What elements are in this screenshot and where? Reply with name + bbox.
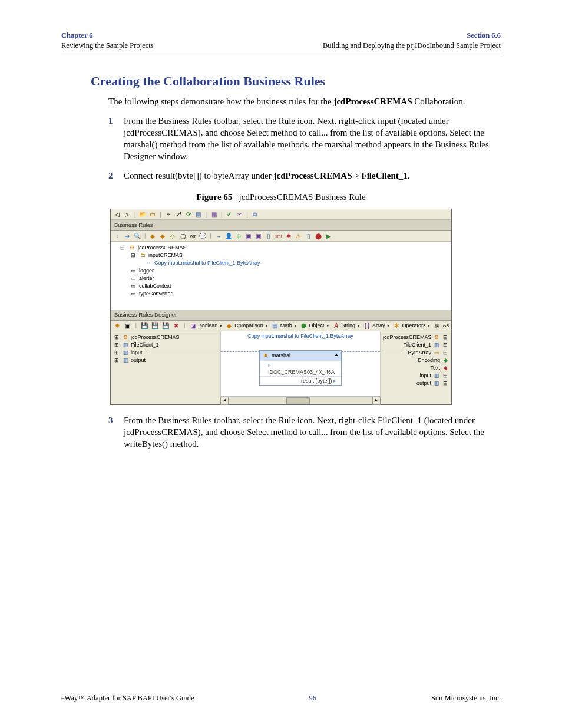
right-node-fileclient[interactable]: FileClient_1▥⊟ xyxy=(383,341,449,349)
scroll-thumb[interactable] xyxy=(286,397,310,404)
copy-icon[interactable]: ⧉ xyxy=(251,210,259,219)
branch-icon[interactable]: ⎇ xyxy=(174,210,183,219)
tree-node-alerter[interactable]: ▭ alerter xyxy=(114,275,448,282)
refresh-icon[interactable]: ⟳ xyxy=(184,210,193,219)
loop-icon[interactable]: ▣ xyxy=(244,232,253,241)
expand-icon[interactable]: ⊟ xyxy=(442,349,449,356)
expand-icon[interactable]: ⊟ xyxy=(442,334,449,341)
right-node-encoding[interactable]: Encoding◆ xyxy=(383,357,449,364)
step-3-number: 3 xyxy=(108,414,113,426)
star-icon[interactable]: ✱ xyxy=(285,232,293,241)
scroll-right-button[interactable]: ▸ xyxy=(372,397,381,405)
saveall-icon[interactable]: 💾 xyxy=(161,321,170,330)
down-arrow-icon[interactable]: ↓ xyxy=(113,232,121,241)
tree-node-type[interactable]: ▭ typeConverter xyxy=(114,290,448,298)
nav-forward-icon[interactable]: ▷ xyxy=(123,210,131,219)
right-node-input[interactable]: input▥⊞ xyxy=(383,372,449,380)
rule-icon[interactable]: ◆ xyxy=(148,232,157,241)
grid-icon[interactable]: ▦ xyxy=(210,210,218,219)
menu-string[interactable]: AString▼ xyxy=(332,321,361,330)
new-folder-icon[interactable]: 🗀 xyxy=(148,210,157,219)
tree-label: jcdProcessCREMAS xyxy=(138,244,187,251)
check-icon[interactable]: ✔ xyxy=(225,210,233,219)
xml-icon[interactable]: xml xyxy=(275,232,283,241)
left-node-fileclient[interactable]: ⊞▥FileClient_1 xyxy=(113,341,218,349)
nav-back-icon[interactable]: ◁ xyxy=(113,210,121,219)
menu-comparison[interactable]: ◆Comparison▼ xyxy=(225,321,268,330)
menu-math[interactable]: ▤Math▼ xyxy=(271,321,297,330)
panel-icon[interactable]: ▣ xyxy=(124,321,132,330)
box-icon[interactable]: ▢ xyxy=(178,232,187,241)
doc-icon[interactable]: ▯ xyxy=(265,232,273,241)
menu-operators[interactable]: ✻Operators▼ xyxy=(392,321,431,330)
loop2-icon[interactable]: ▣ xyxy=(254,232,263,241)
left-node-output[interactable]: ⊞▥output xyxy=(113,357,218,364)
tree-node-logger[interactable]: ▭ logger xyxy=(114,267,448,275)
expand-icon[interactable]: ⊞ xyxy=(442,380,449,387)
left-node-root[interactable]: ⊞⚙jcdProcessCREMAS xyxy=(113,334,218,341)
tool-icon[interactable]: ✂ xyxy=(235,210,243,219)
node-output-port[interactable]: result (byte[]) ▸ xyxy=(260,376,341,385)
right-node-output[interactable]: output▥⊞ xyxy=(383,380,449,387)
expand-icon[interactable]: ⊞ xyxy=(113,341,120,348)
menu-object[interactable]: ⬢Object▼ xyxy=(300,321,330,330)
menu-boolean[interactable]: ◪Boolean▼ xyxy=(189,321,223,330)
left-label: input xyxy=(131,349,143,356)
save2-icon[interactable]: 💾 xyxy=(151,321,159,330)
globe-icon[interactable]: ⊕ xyxy=(234,232,243,241)
scroll-track[interactable] xyxy=(229,397,372,404)
right-node-text[interactable]: Text◆ xyxy=(383,364,449,372)
step-2-bold1: jcdProcessCREMAS xyxy=(274,171,352,180)
expand-icon[interactable]: ⊟ xyxy=(442,341,449,348)
magnifier-icon[interactable]: 🔍 xyxy=(133,232,141,241)
collapse-icon[interactable]: ▲ xyxy=(334,352,339,358)
menu-as[interactable]: ⎘As xyxy=(433,321,449,330)
right-arrow-icon[interactable]: ➔ xyxy=(123,232,131,241)
horizontal-scrollbar[interactable]: ◂ ▸ xyxy=(220,396,381,404)
tree-node-collab[interactable]: ▭ collabContext xyxy=(114,282,448,290)
page-icon[interactable]: ▯ xyxy=(305,232,313,241)
app-toolbar-1: ◁ ▷ | 📂 🗀 | ⌖ ⎇ ⟳ ▤ | ▦ | ✔ ✂ | ⧉ xyxy=(111,209,451,220)
designer-toolbar: ✸ ▣ | 💾 💾 💾 ✖ | ◪Boolean▼ ◆Comparison▼ ▤… xyxy=(111,321,451,331)
scroll-left-button[interactable]: ◂ xyxy=(220,397,229,405)
diamond-icon[interactable]: ◇ xyxy=(168,232,177,241)
right-node-bytearray[interactable]: ByteArray▭⊟ xyxy=(383,349,449,357)
rule2-icon[interactable]: ◆ xyxy=(158,232,167,241)
leaf-icon: ▭ xyxy=(130,283,137,290)
toolbar-separator: | xyxy=(135,322,137,329)
comment-icon[interactable]: 💬 xyxy=(199,232,207,241)
method-icon[interactable]: ✸ xyxy=(113,321,121,330)
leaf-icon: ▭ xyxy=(130,268,137,275)
tree-node-input[interactable]: ⊟ 🗀 inputCREMAS xyxy=(114,252,448,259)
save-icon[interactable]: 💾 xyxy=(140,321,148,330)
resize-icon[interactable]: ↔ xyxy=(214,232,223,241)
person-icon[interactable]: 👤 xyxy=(224,232,233,241)
clipboard-icon[interactable]: ▤ xyxy=(194,210,203,219)
marshal-node[interactable]: ✸ marshal ▲ ▹ IDOC_CREMAS03_4X_46A resul… xyxy=(259,350,342,386)
menu-array[interactable]: [ ]Array▼ xyxy=(363,321,390,330)
expand-icon[interactable]: ⊞ xyxy=(113,357,120,364)
right-node-root[interactable]: jcdProcessCREMAS⚙⊟ xyxy=(383,334,449,341)
tree-node-copy-rule[interactable]: ↔ Copy input.marshal to FileClient_1.Byt… xyxy=(114,259,448,267)
step-2-bold2: FileClient_1 xyxy=(362,171,408,180)
chevron-down-icon: ▼ xyxy=(219,323,223,328)
expand-icon[interactable]: ⊟ xyxy=(130,252,137,259)
designer-canvas[interactable]: Copy input.marshal to FileClient_1.ByteA… xyxy=(220,331,381,396)
node-input-port[interactable]: ▹ IDOC_CREMAS03_4X_46A xyxy=(260,360,341,376)
delete-icon[interactable]: ✖ xyxy=(172,321,180,330)
expand-icon[interactable]: ⊞ xyxy=(113,334,120,341)
section-subtitle: Building and Deploying the prjIDocInboun… xyxy=(323,41,501,50)
tree-node-root[interactable]: ⊟ ⚙ jcdProcessCREMAS xyxy=(114,244,448,252)
expand-icon[interactable]: ⊟ xyxy=(119,245,126,252)
left-node-input[interactable]: ⊞▥input xyxy=(113,349,218,357)
header-right: Section 6.6 Building and Deploying the p… xyxy=(323,31,501,51)
var-icon[interactable]: var xyxy=(189,232,197,241)
stop-icon[interactable]: ⬤ xyxy=(315,232,323,241)
target-icon[interactable]: ⌖ xyxy=(164,210,173,219)
expand-icon[interactable]: ⊞ xyxy=(113,349,120,356)
play-icon[interactable]: ▶ xyxy=(325,232,333,241)
intro-paragraph: The following steps demonstrate how the … xyxy=(108,95,501,107)
open-icon[interactable]: 📂 xyxy=(138,210,147,219)
warn-icon[interactable]: ⚠ xyxy=(295,232,303,241)
expand-icon[interactable]: ⊞ xyxy=(442,372,449,379)
